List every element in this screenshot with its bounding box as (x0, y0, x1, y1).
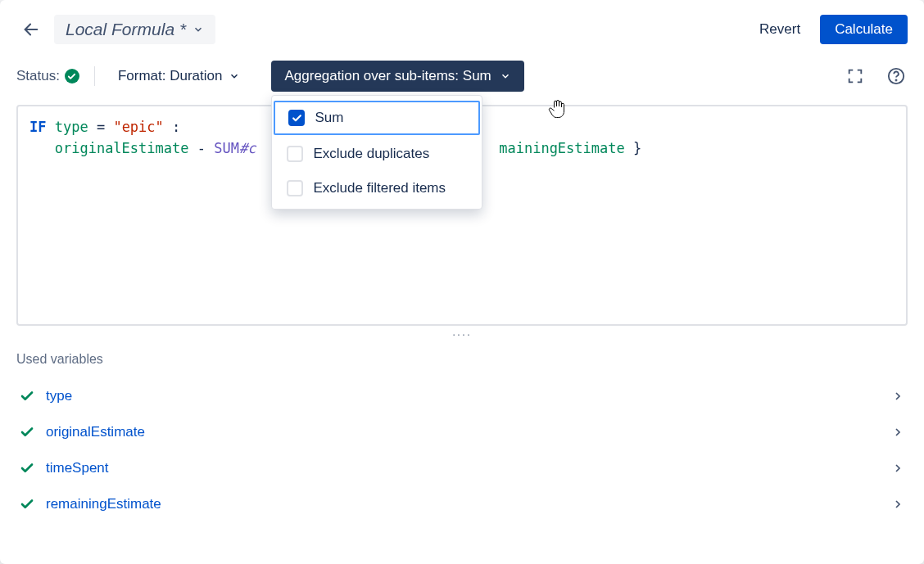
check-icon (20, 497, 34, 512)
code-token: mainingEstimate (499, 140, 625, 156)
code-token: IF (29, 119, 55, 135)
code-token: } (625, 140, 641, 156)
format-label: Format: Duration (118, 68, 223, 84)
status-label: Status: (16, 68, 60, 84)
code-token (29, 140, 55, 156)
chevron-right-icon (891, 390, 904, 403)
check-icon (20, 389, 34, 404)
code-token: = (88, 119, 114, 135)
svg-point-2 (895, 79, 896, 80)
used-variables-section: Used variables type originalEstimate tim… (0, 344, 924, 522)
resize-handle[interactable]: ···· (0, 326, 924, 344)
code-token: type (55, 119, 88, 135)
code-token: : (164, 119, 180, 135)
format-button[interactable]: Format: Duration (110, 63, 249, 89)
variable-name: originalEstimate (46, 424, 145, 440)
aggregation-label: Aggregation over sub-items: Sum (284, 68, 491, 84)
agg-item-label: Exclude duplicates (313, 146, 429, 162)
variable-row[interactable]: timeSpent (16, 450, 908, 486)
status-ok-icon (65, 69, 79, 83)
used-variables-title: Used variables (16, 352, 908, 367)
variable-name: timeSpent (46, 460, 109, 476)
formula-editor-modal: Local Formula * Revert Calculate Status:… (0, 0, 924, 564)
chevron-down-icon (192, 24, 204, 35)
calculate-button[interactable]: Calculate (820, 15, 908, 44)
code-token: #c (239, 140, 256, 156)
expand-button[interactable] (844, 65, 867, 88)
back-button[interactable] (16, 15, 46, 44)
chevron-right-icon (891, 462, 904, 475)
variable-name: type (46, 388, 72, 404)
variable-row[interactable]: remainingEstimate (16, 486, 908, 522)
chevron-right-icon (891, 498, 904, 511)
check-icon (20, 425, 34, 440)
code-token: "epic" (113, 119, 163, 135)
code-token: originalEstimate (55, 140, 189, 156)
aggregation-button[interactable]: Aggregation over sub-items: Sum Sum Excl… (271, 61, 523, 92)
agg-item-exclude-duplicates[interactable]: Exclude duplicates (272, 137, 482, 171)
code-token: SUM (214, 140, 239, 156)
help-button[interactable] (885, 65, 908, 88)
modal-topbar: Local Formula * Revert Calculate (0, 0, 924, 61)
arrow-left-icon (22, 20, 40, 38)
formula-title[interactable]: Local Formula * (54, 15, 215, 44)
status-indicator: Status: (16, 63, 79, 89)
variable-row[interactable]: originalEstimate (16, 414, 908, 450)
variable-row[interactable]: type (16, 378, 908, 414)
divider (94, 66, 95, 86)
variable-name: remainingEstimate (46, 496, 161, 512)
code-token: - (188, 140, 214, 156)
checkbox-icon (287, 146, 303, 162)
checkbox-icon (288, 110, 305, 126)
checkbox-icon (287, 180, 303, 196)
chevron-down-icon (229, 70, 240, 82)
controls-row: Status: Format: Duration Aggregation ove… (0, 61, 924, 92)
expand-icon (846, 67, 864, 85)
formula-title-text: Local Formula * (66, 20, 186, 39)
agg-item-sum[interactable]: Sum (274, 101, 480, 135)
agg-item-label: Sum (315, 110, 343, 126)
question-icon (887, 67, 905, 85)
agg-item-exclude-filtered[interactable]: Exclude filtered items (272, 171, 482, 205)
agg-item-label: Exclude filtered items (313, 180, 446, 196)
aggregation-menu: Sum Exclude duplicates Exclude filtered … (271, 95, 482, 210)
check-icon (20, 461, 34, 476)
chevron-down-icon (500, 70, 511, 82)
revert-button[interactable]: Revert (748, 15, 812, 44)
chevron-right-icon (891, 426, 904, 439)
